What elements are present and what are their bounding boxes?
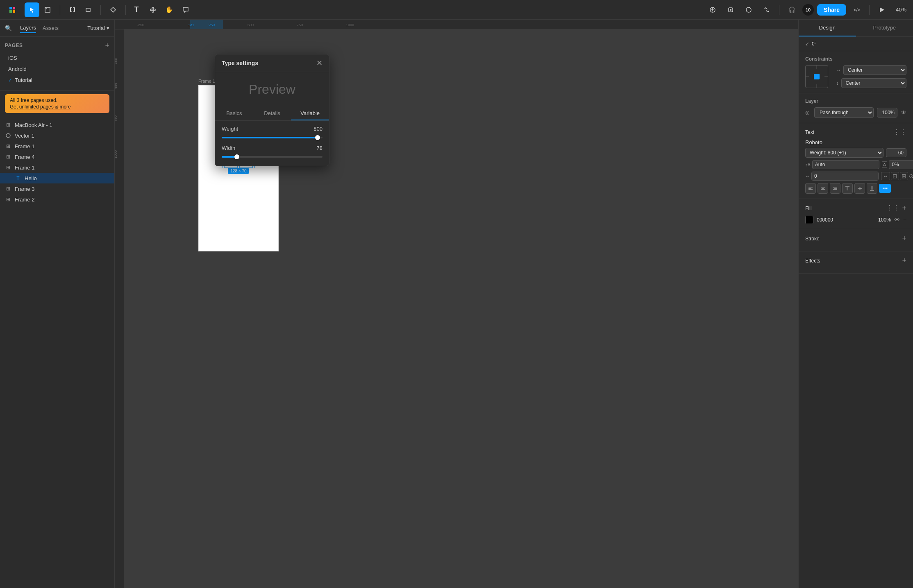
text-metric-row2: ↔ ↔ ⊡ ⊞ ⊙: [805, 172, 906, 181]
upgrade-banner: All 3 free pages used. Get unlimited pag…: [5, 94, 109, 113]
modal-tab-details[interactable]: Details: [253, 107, 291, 120]
svg-marker-21: [880, 7, 884, 12]
text-section-title: Text: [805, 129, 814, 135]
fill-visibility-btn[interactable]: 👁: [894, 217, 900, 223]
font-size-input[interactable]: [886, 148, 906, 157]
modal-close-btn[interactable]: ✕: [316, 59, 323, 67]
avatar-btn[interactable]: 10: [802, 4, 814, 16]
pages-title: Pages: [5, 43, 23, 48]
h-constraint-icon: ↔: [836, 68, 841, 72]
layer-hello[interactable]: T Hello: [0, 173, 114, 183]
fill-hex[interactable]: 000000: [817, 217, 871, 223]
comment-tool-btn[interactable]: [178, 2, 193, 17]
fill-grid-icon[interactable]: ⋮⋮: [886, 204, 899, 213]
upgrade-link[interactable]: Get unlimited pages & more: [10, 104, 104, 110]
opacity-input[interactable]: [877, 108, 897, 118]
h-constraint-select[interactable]: CenterLeftRightScale: [843, 65, 906, 75]
pages-add-btn[interactable]: +: [105, 42, 109, 49]
page-android[interactable]: Android: [5, 63, 109, 75]
text-tool-btn[interactable]: T: [129, 2, 144, 17]
fill-remove-btn[interactable]: −: [903, 217, 906, 223]
search-icon[interactable]: 🔍: [5, 25, 12, 32]
page-tutorial[interactable]: ✓ Tutorial: [5, 75, 109, 86]
tab-design[interactable]: Design: [799, 20, 856, 36]
play-btn[interactable]: [874, 2, 889, 17]
v-constraint-select[interactable]: CenterTopBottomScale: [841, 78, 907, 88]
frame-tool-btn[interactable]: [65, 2, 80, 17]
select-tool-btn[interactable]: [25, 2, 39, 17]
audio-btn[interactable]: 🎧: [784, 2, 799, 17]
auto-input[interactable]: [812, 160, 879, 169]
constraints-tool-btn[interactable]: [705, 2, 720, 17]
share-button[interactable]: Share: [817, 4, 846, 16]
vector-icon: [5, 132, 11, 139]
tab-layers[interactable]: Layers: [20, 23, 36, 33]
font-weight-select[interactable]: Weight: 800 (+1)RegularBold: [805, 148, 883, 158]
stroke-add-btn[interactable]: +: [902, 234, 906, 243]
text-section-header: Text ⋮⋮: [805, 128, 906, 136]
theme-btn[interactable]: [741, 2, 756, 17]
font-name[interactable]: Roboto: [805, 139, 906, 145]
visibility-btn[interactable]: 👁: [901, 109, 906, 116]
left-sidebar: 🔍 Layers Assets Tutorial ▾ Pages + iOS A…: [0, 20, 115, 588]
layer-frame3[interactable]: ⊞ Frame 3: [0, 183, 114, 194]
component-tool-btn[interactable]: [145, 2, 160, 17]
fill-swatch[interactable]: [805, 216, 813, 224]
link-btn[interactable]: [759, 2, 774, 17]
align-right-btn[interactable]: [830, 183, 840, 194]
hand-tool-btn[interactable]: ✋: [162, 2, 177, 17]
text-options-icon[interactable]: ⋮⋮: [893, 128, 906, 136]
zoom-level[interactable]: 40%: [893, 5, 910, 14]
pen-tool-btn[interactable]: [106, 2, 120, 17]
svg-rect-12: [86, 8, 90, 11]
text-icon-1: ↔: [881, 172, 890, 180]
blend-mode-select[interactable]: Pass throughNormalMultiplyScreen: [814, 107, 874, 118]
weight-slider-container[interactable]: [222, 137, 323, 138]
text-extra-icon[interactable]: ⊙: [909, 173, 913, 179]
figma-menu-btn[interactable]: [5, 2, 20, 17]
layer-frame4[interactable]: ⊞ Frame 4: [0, 152, 114, 162]
code-view-btn[interactable]: </>: [849, 2, 864, 17]
layer-frame2[interactable]: ⊞ Frame 2: [0, 194, 114, 205]
width-row: Width 78: [222, 145, 323, 151]
weight-slider-thumb[interactable]: [315, 135, 320, 140]
plugins-btn[interactable]: [723, 2, 738, 17]
layer-macbook[interactable]: ⊞ MacBook Air - 1: [0, 120, 114, 130]
weight-slider[interactable]: [222, 137, 323, 138]
width-slider-container[interactable]: [222, 156, 323, 158]
fill-add-btn[interactable]: +: [902, 204, 906, 213]
modal-body: Weight 800 Width 78: [215, 121, 329, 166]
scale-tool-btn[interactable]: [40, 2, 55, 17]
file-label[interactable]: Tutorial ▾: [87, 25, 109, 31]
layer-frame1b[interactable]: ⊞ Frame 1: [0, 162, 114, 173]
align-center-btn[interactable]: [818, 183, 828, 194]
svg-rect-13: [150, 9, 155, 11]
valign-bottom-btn[interactable]: [867, 183, 877, 194]
leading-input[interactable]: [811, 172, 879, 181]
width-label: Width: [222, 145, 235, 151]
tab-prototype[interactable]: Prototype: [856, 20, 913, 36]
tracking-input[interactable]: [889, 160, 913, 169]
sidebar-tabs: 🔍 Layers Assets Tutorial ▾: [0, 20, 114, 37]
page-ios[interactable]: iOS: [5, 52, 109, 63]
effects-add-btn[interactable]: +: [902, 256, 906, 265]
valign-middle-btn[interactable]: [854, 183, 865, 194]
width-slider[interactable]: [222, 156, 323, 158]
tab-assets[interactable]: Assets: [43, 23, 59, 33]
align-left-btn[interactable]: [805, 183, 816, 194]
width-slider-thumb[interactable]: [234, 154, 239, 159]
stroke-section: Stroke +: [799, 229, 913, 251]
canvas-area[interactable]: -250 131 259 500 750 1000 386 456 750 10…: [115, 20, 798, 588]
canvas-content[interactable]: Frame 1 Hello: [125, 29, 798, 588]
modal-tab-variable[interactable]: Variable: [291, 107, 329, 120]
valign-top-btn[interactable]: [842, 183, 853, 194]
toolbar-divider-3: [125, 5, 126, 15]
text-more-options-btn[interactable]: ···: [879, 184, 891, 193]
shape-tool-btn[interactable]: [81, 2, 95, 17]
modal-tab-basics[interactable]: Basics: [215, 107, 253, 120]
layer-vector1[interactable]: Vector 1: [0, 130, 114, 141]
rotation-value[interactable]: 0°: [812, 41, 816, 47]
layer-frame1a[interactable]: ⊞ Frame 1: [0, 141, 114, 152]
effects-section: Effects +: [799, 251, 913, 274]
fill-opacity[interactable]: 100%: [874, 217, 891, 223]
